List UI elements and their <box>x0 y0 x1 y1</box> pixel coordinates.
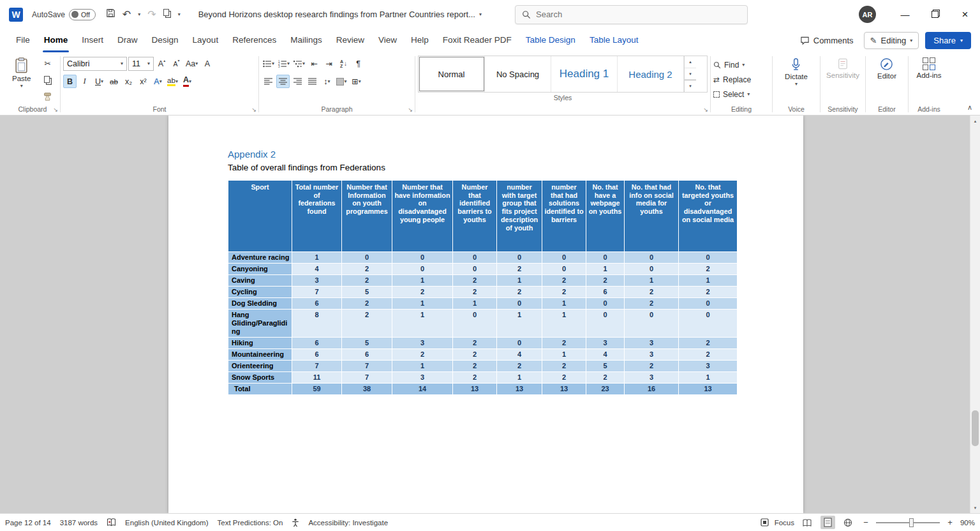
value-cell[interactable]: 1 <box>392 297 453 309</box>
column-header[interactable]: No. that targeted youths or disadvantage… <box>679 181 738 252</box>
editor-button[interactable]: Editor <box>873 56 901 82</box>
value-cell[interactable]: 7 <box>342 360 392 371</box>
value-cell[interactable]: 13 <box>542 383 586 394</box>
value-cell[interactable]: 1 <box>586 263 625 274</box>
tab-references[interactable]: References <box>225 29 283 52</box>
tab-view[interactable]: View <box>371 29 404 52</box>
share-button[interactable]: Share ▾ <box>925 32 971 49</box>
table-caption[interactable]: Table of overall findings from Federatio… <box>228 163 803 172</box>
value-cell[interactable]: 2 <box>542 274 586 286</box>
value-cell[interactable]: 5 <box>342 337 392 348</box>
autosave-pill[interactable]: Off <box>69 9 96 20</box>
tab-draw[interactable]: Draw <box>110 29 145 52</box>
value-cell[interactable]: 13 <box>497 383 542 394</box>
value-cell[interactable]: 3 <box>679 360 738 371</box>
value-cell[interactable]: 2 <box>586 274 625 286</box>
tab-insert[interactable]: Insert <box>75 29 110 52</box>
italic-button[interactable]: I <box>78 75 91 88</box>
value-cell[interactable]: 1 <box>497 371 542 383</box>
value-cell[interactable]: 11 <box>292 371 342 383</box>
value-cell[interactable]: 0 <box>453 309 497 337</box>
value-cell[interactable]: 2 <box>679 348 738 360</box>
value-cell[interactable]: 2 <box>342 274 392 286</box>
align-right-button[interactable] <box>291 75 304 88</box>
value-cell[interactable]: 14 <box>392 383 453 394</box>
borders-button[interactable]: ⊞▾ <box>350 75 363 88</box>
sport-cell[interactable]: Snow Sports <box>228 371 292 383</box>
value-cell[interactable]: 13 <box>453 383 497 394</box>
value-cell[interactable]: 6 <box>586 286 625 297</box>
sport-cell[interactable]: Cycling <box>228 286 292 297</box>
value-cell[interactable]: 2 <box>625 360 679 371</box>
font-dialog-launcher[interactable]: ↘ <box>251 107 256 113</box>
customize-quick-access-icon[interactable]: ▾ <box>178 12 181 17</box>
value-cell[interactable]: 3 <box>292 274 342 286</box>
column-header[interactable]: Total number of federations found <box>292 181 342 252</box>
value-cell[interactable]: 1 <box>392 274 453 286</box>
superscript-button[interactable]: x² <box>137 75 150 88</box>
text-effects-button[interactable]: A▾ <box>151 75 165 88</box>
value-cell[interactable]: 8 <box>292 309 342 337</box>
sport-cell[interactable]: Orienteering <box>228 360 292 371</box>
minimize-button[interactable]: — <box>890 0 920 29</box>
autosave-toggle[interactable]: AutoSave Off <box>32 9 96 20</box>
zoom-level[interactable]: 90% <box>960 519 975 527</box>
value-cell[interactable]: 23 <box>586 383 625 394</box>
value-cell[interactable]: 2 <box>625 297 679 309</box>
value-cell[interactable]: 2 <box>453 360 497 371</box>
change-case-button[interactable]: Aa▾ <box>184 57 199 70</box>
value-cell[interactable]: 0 <box>679 309 738 337</box>
value-cell[interactable]: 1 <box>542 309 586 337</box>
paragraph-dialog-launcher[interactable]: ↘ <box>408 107 413 113</box>
column-header[interactable]: Number that Information on youth program… <box>342 181 392 252</box>
value-cell[interactable]: 2 <box>542 286 586 297</box>
copy-button[interactable] <box>38 73 57 87</box>
value-cell[interactable]: 1 <box>392 309 453 337</box>
sort-button[interactable]: AZ↓ <box>337 57 350 70</box>
value-cell[interactable]: 1 <box>392 360 453 371</box>
value-cell[interactable]: 6 <box>342 348 392 360</box>
value-cell[interactable]: 3 <box>625 371 679 383</box>
close-button[interactable]: × <box>950 0 980 29</box>
value-cell[interactable]: 3 <box>625 348 679 360</box>
value-cell[interactable]: 2 <box>497 360 542 371</box>
value-cell[interactable]: 2 <box>497 286 542 297</box>
proofing-errors-button[interactable] <box>107 518 116 527</box>
value-cell[interactable]: 6 <box>292 337 342 348</box>
sport-cell[interactable]: Hiking <box>228 337 292 348</box>
sport-cell[interactable]: Total <box>228 383 292 394</box>
value-cell[interactable]: 1 <box>542 348 586 360</box>
sport-cell[interactable]: Dog Sledding <box>228 297 292 309</box>
scrollbar-thumb[interactable] <box>972 410 979 446</box>
style-no-spacing[interactable]: No Spacing <box>485 56 551 92</box>
value-cell[interactable]: 2 <box>679 263 738 274</box>
value-cell[interactable]: 2 <box>392 286 453 297</box>
font-color-button[interactable]: A▾ <box>181 75 194 88</box>
font-size-combo[interactable]: 11 ▾ <box>128 57 154 71</box>
decrease-indent-button[interactable]: ⇤ <box>308 57 321 70</box>
value-cell[interactable]: 2 <box>453 274 497 286</box>
read-mode-button[interactable] <box>800 516 815 529</box>
value-cell[interactable]: 2 <box>586 371 625 383</box>
value-cell[interactable]: 2 <box>679 337 738 348</box>
value-cell[interactable]: 4 <box>292 263 342 274</box>
tab-review[interactable]: Review <box>329 29 371 52</box>
sport-cell[interactable]: Mountaineering <box>228 348 292 360</box>
document-page[interactable]: Appendix 2 Table of overall findings fro… <box>168 116 803 513</box>
value-cell[interactable]: 7 <box>342 371 392 383</box>
undo-dropdown-icon[interactable]: ▾ <box>138 12 140 17</box>
findings-table[interactable]: SportTotal number of federations foundNu… <box>228 180 738 395</box>
web-layout-button[interactable] <box>841 516 856 529</box>
grow-font-button[interactable]: A▴ <box>155 57 168 70</box>
strikethrough-button[interactable]: ab <box>107 75 121 88</box>
save-button[interactable] <box>106 8 115 20</box>
tab-mailings[interactable]: Mailings <box>283 29 329 52</box>
restore-button[interactable] <box>920 0 950 29</box>
format-painter-button[interactable] <box>38 90 57 103</box>
value-cell[interactable]: 7 <box>292 360 342 371</box>
accessibility-status[interactable]: Accessibility: Investigate <box>308 519 388 527</box>
value-cell[interactable]: 2 <box>679 286 738 297</box>
search-input[interactable] <box>536 10 721 19</box>
value-cell[interactable]: 2 <box>453 286 497 297</box>
document-title[interactable]: Beyond Horizons desktop research finding… <box>198 10 482 19</box>
